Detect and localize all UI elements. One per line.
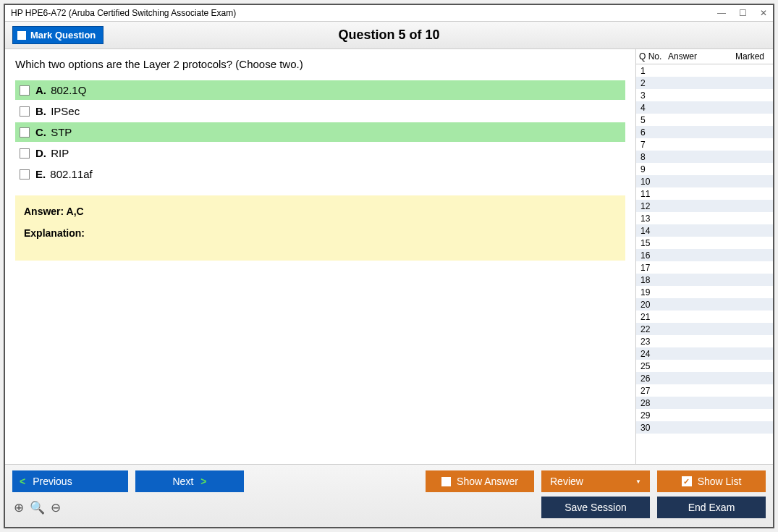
show-answer-button[interactable]: Show Answer — [426, 470, 534, 492]
question-number: 2 — [640, 78, 669, 88]
option-row[interactable]: E. 802.11af — [15, 164, 625, 184]
question-list-row[interactable]: 25 — [636, 360, 773, 372]
option-checkbox[interactable] — [20, 106, 30, 117]
answer-panel: Answer: A,C Explanation: — [15, 195, 625, 261]
previous-button[interactable]: < Previous — [12, 470, 128, 492]
question-list-row[interactable]: 29 — [636, 409, 773, 421]
question-list[interactable]: 1234567891011121314151617181920212223242… — [636, 64, 773, 464]
zoom-in-icon[interactable]: 🔍 — [30, 500, 45, 515]
question-list-row[interactable]: 24 — [636, 347, 773, 360]
zoom-controls: ⊕ 🔍 ⊖ — [12, 499, 62, 517]
options-list: A. 802.1QB. IPSecC. STPD. RIPE. 802.11af — [15, 80, 625, 184]
next-label: Next — [173, 476, 194, 487]
col-marked: Marked — [711, 51, 770, 62]
close-icon[interactable]: ✕ — [760, 8, 767, 18]
question-number: 1 — [640, 66, 669, 76]
mark-question-button[interactable]: Mark Question — [12, 26, 103, 44]
question-list-row[interactable]: 20 — [636, 298, 773, 311]
option-letter: B. — [35, 105, 46, 117]
option-checkbox[interactable] — [20, 127, 30, 138]
question-list-row[interactable]: 9 — [636, 163, 773, 175]
question-number: 20 — [640, 300, 669, 310]
question-list-row[interactable]: 4 — [636, 101, 773, 114]
end-exam-button[interactable]: End Exam — [657, 497, 766, 518]
option-row[interactable]: D. RIP — [15, 143, 625, 163]
question-number: 6 — [640, 127, 669, 138]
minimize-icon[interactable]: — — [717, 8, 726, 18]
option-checkbox[interactable] — [20, 85, 30, 96]
question-list-row[interactable]: 13 — [636, 212, 773, 224]
question-list-row[interactable]: 11 — [636, 187, 773, 200]
app-window: HP HPE6-A72 (Aruba Certified Switching A… — [4, 4, 774, 528]
question-list-row[interactable]: 18 — [636, 274, 773, 286]
previous-label: Previous — [33, 476, 72, 487]
question-list-row[interactable]: 26 — [636, 372, 773, 384]
question-list-row[interactable]: 19 — [636, 286, 773, 298]
body: Which two options are the Layer 2 protoc… — [5, 49, 773, 464]
option-letter: E. — [35, 168, 46, 180]
checkbox-icon — [17, 31, 26, 40]
question-number: 5 — [640, 115, 669, 125]
window-title: HP HPE6-A72 (Aruba Certified Switching A… — [11, 8, 236, 18]
option-checkbox[interactable] — [20, 148, 30, 159]
question-list-row[interactable]: 17 — [636, 261, 773, 274]
question-list-row[interactable]: 23 — [636, 335, 773, 347]
option-text: STP — [51, 126, 72, 138]
toolbar: Mark Question Question 5 of 10 — [5, 22, 773, 49]
question-list-row[interactable]: 6 — [636, 126, 773, 138]
show-answer-label: Show Answer — [457, 476, 518, 487]
option-row[interactable]: A. 802.1Q — [15, 80, 625, 100]
question-number: 14 — [640, 226, 669, 236]
question-list-row[interactable]: 3 — [636, 89, 773, 101]
question-list-row[interactable]: 14 — [636, 224, 773, 237]
option-text: 802.11af — [50, 168, 92, 180]
question-number: 12 — [640, 201, 669, 211]
chevron-left-icon: < — [20, 476, 25, 487]
next-button[interactable]: Next > — [135, 470, 244, 492]
question-list-row[interactable]: 16 — [636, 249, 773, 261]
option-checkbox[interactable] — [20, 169, 30, 180]
question-number: 10 — [640, 177, 669, 187]
question-number: 7 — [640, 140, 669, 150]
question-list-row[interactable]: 30 — [636, 421, 773, 434]
show-list-button[interactable]: ✓ Show List — [657, 470, 766, 492]
question-heading: Question 5 of 10 — [338, 28, 439, 43]
question-list-row[interactable]: 12 — [636, 200, 773, 212]
question-list-row[interactable]: 8 — [636, 151, 773, 163]
col-answer: Answer — [668, 51, 711, 62]
option-letter: C. — [35, 126, 46, 138]
option-letter: A. — [35, 84, 46, 96]
question-list-row[interactable]: 22 — [636, 323, 773, 335]
question-list-row[interactable]: 27 — [636, 384, 773, 397]
question-list-row[interactable]: 1 — [636, 64, 773, 77]
question-list-row[interactable]: 2 — [636, 77, 773, 89]
question-list-row[interactable]: 28 — [636, 397, 773, 409]
question-number: 8 — [640, 152, 669, 162]
question-list-row[interactable]: 7 — [636, 138, 773, 151]
maximize-icon[interactable]: ☐ — [739, 8, 747, 18]
question-list-row[interactable]: 10 — [636, 175, 773, 187]
checked-icon: ✓ — [682, 476, 692, 486]
question-number: 26 — [640, 373, 669, 384]
end-exam-label: End Exam — [688, 502, 735, 513]
zoom-reset-icon[interactable]: ⊕ — [14, 500, 24, 515]
question-list-panel: Q No. Answer Marked 12345678910111213141… — [635, 49, 773, 464]
save-session-button[interactable]: Save Session — [541, 497, 650, 518]
zoom-out-icon[interactable]: ⊖ — [51, 500, 61, 515]
question-number: 21 — [640, 312, 669, 322]
question-number: 9 — [640, 164, 669, 174]
mark-question-label: Mark Question — [30, 30, 96, 41]
review-button[interactable]: Review ▼ — [541, 470, 650, 492]
question-number: 22 — [640, 324, 669, 334]
show-list-label: Show List — [698, 476, 742, 487]
question-list-row[interactable]: 21 — [636, 311, 773, 323]
question-list-row[interactable]: 5 — [636, 114, 773, 126]
question-number: 11 — [640, 189, 669, 199]
question-number: 29 — [640, 410, 669, 421]
footer: < Previous Next > Show Answer Review ▼ ✓… — [5, 464, 773, 527]
answer-line: Answer: A,C — [24, 206, 617, 217]
option-row[interactable]: C. STP — [15, 122, 625, 142]
question-list-row[interactable]: 15 — [636, 237, 773, 249]
question-number: 27 — [640, 386, 669, 396]
option-row[interactable]: B. IPSec — [15, 101, 625, 121]
